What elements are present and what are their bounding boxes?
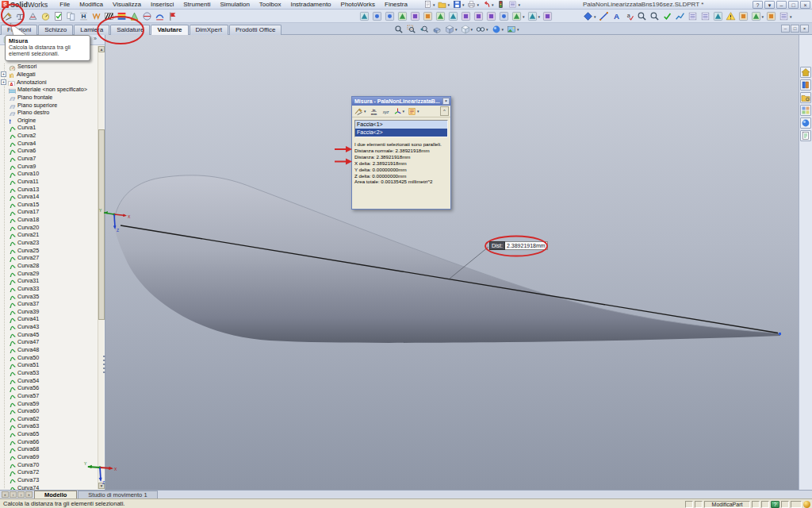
tree-item-curva33[interactable]: Curva33 xyxy=(0,285,98,293)
doc-restore-icon[interactable]: □ xyxy=(791,25,799,33)
sensor-icon[interactable] xyxy=(40,10,52,22)
undo-icon[interactable]: ▾ xyxy=(481,0,495,10)
options-icon[interactable]: ▾ xyxy=(508,0,521,10)
tab-saldature[interactable]: Saldature xyxy=(110,25,150,35)
tree-item-curva69[interactable]: Curva69 xyxy=(0,453,98,461)
compare-documents-icon[interactable] xyxy=(65,10,77,22)
tree-item-curva53[interactable]: Curva53 xyxy=(0,369,98,377)
tree-item-curva28[interactable]: Curva28 xyxy=(0,262,98,270)
tree-item-curva65[interactable]: Curva65 xyxy=(0,430,98,438)
measure-dropdown-arrow[interactable]: ▾ xyxy=(364,109,366,114)
tree-item-curva7[interactable]: Curva7 xyxy=(0,155,98,163)
appearances-icon[interactable] xyxy=(800,117,811,129)
appearances-icon[interactable]: ▾ xyxy=(491,24,505,35)
smart-dimension-dropdown-arrow[interactable]: ▾ xyxy=(594,14,596,19)
menu-inserisci[interactable]: Inserisci xyxy=(147,0,178,9)
tree-item-curva17[interactable]: Curva17 xyxy=(0,208,98,216)
xml-report-dropdown-arrow[interactable]: ▾ xyxy=(417,109,419,114)
coordinate-system-dropdown-arrow[interactable]: ▾ xyxy=(403,109,405,114)
menu-instradamento[interactable]: Instradamento xyxy=(286,0,335,9)
design-library-icon[interactable] xyxy=(800,79,811,90)
menu-strumenti[interactable]: Strumenti xyxy=(179,0,214,9)
file-explorer-icon[interactable] xyxy=(800,92,811,103)
options-dropdown-arrow[interactable]: ▾ xyxy=(518,2,520,7)
xyz-relative-icon[interactable]: xyz xyxy=(381,106,391,117)
measure-dialog-titlebar[interactable]: Misura - PalaNonLinearizzataB... × xyxy=(352,97,450,106)
scene-dropdown-arrow[interactable]: ▾ xyxy=(517,27,519,32)
reference-geometry-icon[interactable]: ▾ xyxy=(511,10,526,22)
trend-tracker-icon[interactable] xyxy=(674,10,686,22)
frame-box-2-icon[interactable] xyxy=(699,10,711,22)
performance-evaluation-icon[interactable] xyxy=(167,10,178,22)
loft-tool-icon[interactable] xyxy=(409,10,421,22)
expand-icon[interactable]: + xyxy=(1,79,6,85)
tree-item-annotazioni[interactable]: +AAnnotazioni xyxy=(0,78,98,86)
open-dropdown-arrow[interactable]: ▾ xyxy=(447,2,450,7)
help-icon[interactable]: ? xyxy=(753,1,763,9)
minimize-icon[interactable]: – xyxy=(776,1,787,9)
save-icon[interactable]: ▾ xyxy=(452,0,465,10)
draft-tool-icon[interactable] xyxy=(460,10,472,22)
scrollbar-thumb[interactable] xyxy=(98,129,105,320)
quick-tips-help-icon[interactable]: ? xyxy=(771,501,779,508)
tree-item-curva9[interactable]: Curva9 xyxy=(0,162,98,170)
tree-item-sensori[interactable]: Sensori xyxy=(0,63,98,71)
menu-file[interactable]: File xyxy=(56,0,74,9)
print-icon[interactable]: ▾ xyxy=(466,0,480,10)
check-entity-icon[interactable] xyxy=(52,10,64,22)
rib-tool-icon[interactable] xyxy=(435,10,446,22)
display-style-icon[interactable]: ▾ xyxy=(460,24,474,35)
tab-scroll-button[interactable]: ‹ xyxy=(10,491,17,498)
measure-selection-list[interactable]: Faccia<1>Faccia<2> xyxy=(354,120,448,137)
tab-lamiera[interactable]: Lamiera xyxy=(74,25,109,35)
tree-scrollbar[interactable]: ▲ ▼ xyxy=(98,46,104,489)
shell-tool-icon[interactable] xyxy=(447,10,459,22)
check-mark-icon[interactable] xyxy=(661,10,673,22)
menu-toolbox[interactable]: Toolbox xyxy=(255,0,285,9)
menu-finestra[interactable]: Finestra xyxy=(381,0,412,9)
view-orientation-dropdown-arrow[interactable]: ▾ xyxy=(455,27,458,32)
zoom-lens-2-icon[interactable] xyxy=(649,10,661,22)
extrude-tool-icon[interactable] xyxy=(371,10,383,22)
help-dropdown-icon[interactable]: ▾ xyxy=(764,1,775,9)
expand-icon[interactable]: + xyxy=(1,71,6,77)
open-icon[interactable]: ▾ xyxy=(437,0,450,10)
swept-tool-icon[interactable] xyxy=(396,10,408,22)
tree-item-piano-superiore[interactable]: Piano superiore xyxy=(0,101,98,109)
linear-pattern-icon[interactable] xyxy=(485,10,497,22)
selection-item[interactable]: Faccia<1> xyxy=(355,121,447,129)
new-dropdown-arrow[interactable]: ▾ xyxy=(433,2,435,7)
tree-item-piano-destro[interactable]: Piano destro xyxy=(0,109,98,117)
shaded-view-box-icon[interactable] xyxy=(737,10,749,22)
deviation-analysis-icon[interactable] xyxy=(154,10,166,22)
curvature-icon[interactable] xyxy=(116,10,128,22)
tree-item-curva50[interactable]: Curva50 xyxy=(0,353,98,361)
view-orientation-icon[interactable]: ▾ xyxy=(444,24,458,35)
tab-valutare[interactable]: Valutare xyxy=(151,25,188,35)
draft-analysis-icon[interactable] xyxy=(128,10,140,22)
tree-item-curva37[interactable]: Curva37 xyxy=(0,300,98,308)
zoom-fit-icon[interactable] xyxy=(393,24,404,35)
tree-item-curva62[interactable]: Curva62 xyxy=(0,414,98,422)
units-inmm-icon[interactable]: inmm xyxy=(369,106,379,117)
tree-item-curva63[interactable]: Curva63 xyxy=(0,422,98,430)
section-properties-icon[interactable] xyxy=(27,10,39,22)
tree-item-curva2[interactable]: Curva2 xyxy=(0,132,98,140)
hide-show-items-dropdown-arrow[interactable]: ▾ xyxy=(486,27,488,32)
tree-item-curva45[interactable]: Curva45 xyxy=(0,330,98,338)
tab-dimxpert[interactable]: DimXpert xyxy=(190,25,228,35)
close-icon[interactable]: × xyxy=(442,98,450,105)
save-dropdown-arrow[interactable]: ▾ xyxy=(462,2,465,7)
tree-item-curva74[interactable]: Curva74 xyxy=(0,483,98,490)
tree-item-curva54[interactable]: Curva54 xyxy=(0,376,98,384)
selection-item[interactable]: Faccia<2> xyxy=(355,129,447,137)
doc-close-icon[interactable]: × xyxy=(800,25,809,33)
hole-wizard-icon[interactable] xyxy=(473,10,485,22)
curves-tool-dropdown-arrow[interactable]: ▾ xyxy=(538,14,541,19)
section-view-icon[interactable] xyxy=(431,24,442,35)
reference-geometry-dropdown-arrow[interactable]: ▾ xyxy=(523,14,525,19)
instant3d-icon[interactable] xyxy=(542,10,553,22)
measure-icon[interactable] xyxy=(2,10,13,22)
menu-visualizza[interactable]: Visualizza xyxy=(109,0,145,9)
menu-modifica[interactable]: Modifica xyxy=(75,0,107,9)
